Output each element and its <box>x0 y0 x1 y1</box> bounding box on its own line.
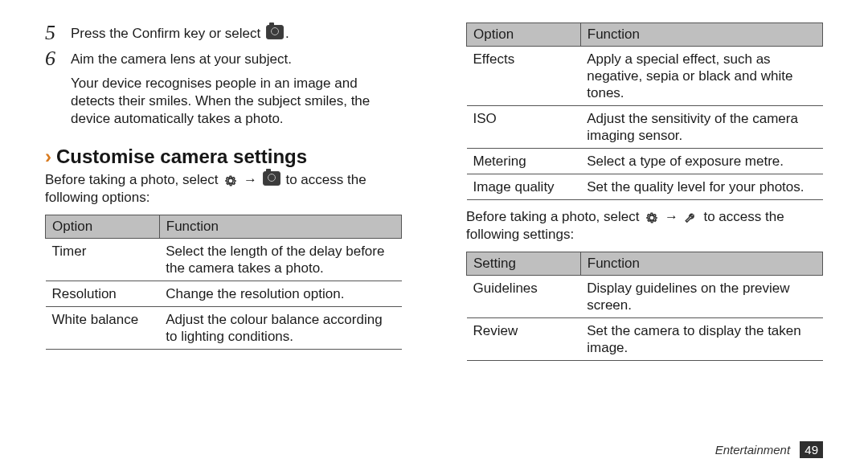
function-cell: Change the resolution option. <box>159 281 401 307</box>
footer-section: Entertainment <box>715 443 790 457</box>
step-5: 5 Press the Confirm key or select . <box>45 23 402 43</box>
table-row: Effects Apply a special effect, such as … <box>467 47 823 106</box>
table-row: Image quality Set the quality level for … <box>467 174 823 200</box>
function-cell: Select a type of exposure metre. <box>580 149 822 174</box>
step-text: Aim the camera lens at your subject. <box>71 48 292 69</box>
function-cell: Set the quality level for your photos. <box>580 174 822 200</box>
table-row: Guidelines Display guidelines on the pre… <box>467 276 823 318</box>
option-cell: Effects <box>467 47 581 106</box>
table-header-row: Option Function <box>46 215 402 239</box>
manual-page: 5 Press the Confirm key or select . 6 Ai… <box>0 0 868 471</box>
wrench-icon <box>684 210 698 224</box>
intro2-arrow: → <box>665 209 678 224</box>
intro-text-1: Before taking a photo, select → to acces… <box>45 171 402 207</box>
step-6: 6 Aim the camera lens at your subject. <box>45 48 402 69</box>
function-cell: Adjust the colour balance according to l… <box>159 307 401 350</box>
step-number: 5 <box>45 23 59 43</box>
step5-text-b: . <box>285 26 289 41</box>
table-header-row: Setting Function <box>467 252 823 276</box>
heading-text: Customise camera settings <box>56 145 307 167</box>
option-cell: White balance <box>46 307 160 350</box>
table-header-function: Function <box>580 252 822 276</box>
step5-text-a: Press the Confirm key or select <box>71 26 260 41</box>
gear-icon <box>223 173 238 187</box>
intro-text-2: Before taking a photo, select → to acces… <box>466 208 823 244</box>
option-cell: Metering <box>467 149 581 174</box>
options-table-1: Option Function Timer Select the length … <box>45 215 402 350</box>
left-column: 5 Press the Confirm key or select . 6 Ai… <box>0 0 434 471</box>
table-row: Resolution Change the resolution option. <box>46 281 402 307</box>
section-heading: ›Customise camera settings <box>45 145 402 168</box>
option-cell: Timer <box>46 239 160 281</box>
option-cell: Image quality <box>467 174 581 200</box>
gear-icon <box>645 210 659 224</box>
right-column: Option Function Effects Apply a special … <box>434 0 868 471</box>
page-footer: Entertainment 49 <box>715 443 823 457</box>
option-cell: Resolution <box>46 281 160 307</box>
option-cell: ISO <box>467 106 581 149</box>
table-row: ISO Adjust the sensitivity of the camera… <box>467 106 823 149</box>
step-text: Press the Confirm key or select . <box>71 23 289 43</box>
setting-cell: Review <box>467 318 581 361</box>
function-cell: Select the length of the delay before th… <box>159 239 401 281</box>
function-cell: Set the camera to display the taken imag… <box>580 318 822 361</box>
settings-table-3: Setting Function Guidelines Display guid… <box>466 252 823 361</box>
step-number: 6 <box>45 48 59 69</box>
table-row: Review Set the camera to display the tak… <box>467 318 823 361</box>
intro1-arrow: → <box>244 172 257 187</box>
function-cell: Apply a special effect, such as negative… <box>580 47 822 106</box>
step6-sub: Your device recognises people in an imag… <box>71 72 402 128</box>
camera-icon <box>263 171 280 186</box>
table-header-setting: Setting <box>467 252 581 276</box>
function-cell: Display guidelines on the preview screen… <box>580 276 822 318</box>
intro2-a: Before taking a photo, select <box>466 209 639 224</box>
footer-page: 49 <box>800 441 823 458</box>
table-header-option: Option <box>46 215 160 239</box>
table-header-function: Function <box>159 215 401 239</box>
table-header-option: Option <box>467 23 581 47</box>
table-row: Timer Select the length of the delay bef… <box>46 239 402 281</box>
chevron-right-icon: › <box>45 145 51 167</box>
function-cell: Adjust the sensitivity of the camera ima… <box>580 106 822 149</box>
table-header-function: Function <box>580 23 822 47</box>
intro1-a: Before taking a photo, select <box>45 172 218 187</box>
table-header-row: Option Function <box>467 23 823 47</box>
options-table-2: Option Function Effects Apply a special … <box>466 23 823 200</box>
table-row: White balance Adjust the colour balance … <box>46 307 402 350</box>
camera-icon <box>266 25 284 39</box>
table-row: Metering Select a type of exposure metre… <box>467 149 823 174</box>
setting-cell: Guidelines <box>467 276 581 318</box>
